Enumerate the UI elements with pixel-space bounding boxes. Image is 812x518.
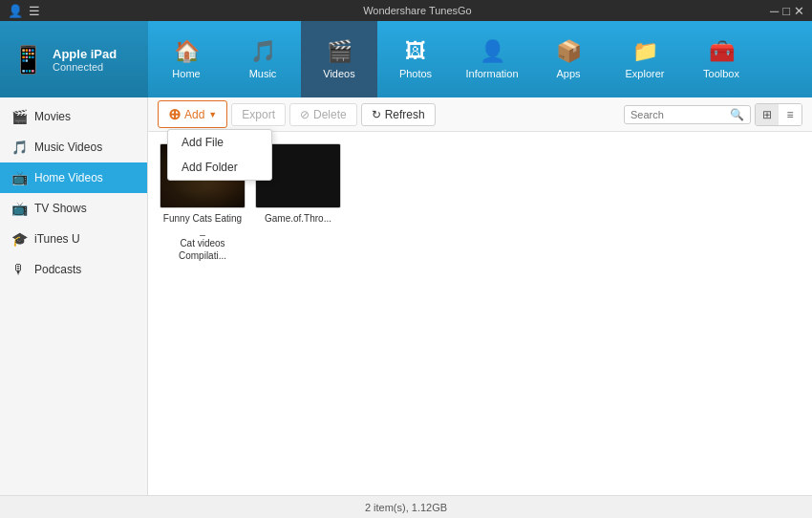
file-grid: Funny Cats Eating _ Cat videos Compilati… — [148, 132, 812, 495]
nav-item-photos[interactable]: 🖼 Photos — [377, 21, 454, 97]
add-chevron-icon: ▼ — [208, 110, 217, 119]
sidebar-label-movies: Movies — [34, 110, 71, 123]
nav-label-apps: Apps — [556, 68, 580, 79]
sidebar-label-podcasts: Podcasts — [34, 263, 81, 276]
movies-icon: 🎬 — [11, 109, 27, 124]
search-input[interactable] — [630, 109, 726, 120]
delete-icon: ⊘ — [300, 108, 310, 121]
podcasts-icon: 🎙 — [11, 262, 27, 277]
export-button[interactable]: Export — [231, 103, 286, 126]
add-icon: ⊕ — [168, 105, 181, 123]
add-button[interactable]: ⊕ Add ▼ — [158, 100, 227, 128]
nav-label-toolbox: Toolbox — [703, 68, 739, 79]
nav-items: 🏠 Home 🎵 Music 🎬 Videos 🖼 Photos 👤 Infor… — [148, 21, 812, 97]
nav-label-home: Home — [172, 68, 200, 79]
add-file-item[interactable]: Add File — [168, 130, 271, 155]
sidebar-item-itunes-u[interactable]: 🎓 iTunes U — [0, 224, 147, 254]
sidebar: 🎬 Movies 🎵 Music Videos 📺 Home Videos 📺 … — [0, 97, 148, 495]
sidebar-item-movies[interactable]: 🎬 Movies — [0, 101, 147, 132]
sidebar-item-podcasts[interactable]: 🎙 Podcasts — [0, 254, 147, 285]
nav-item-videos[interactable]: 🎬 Videos — [301, 21, 377, 97]
device-text: Apple iPad Connected — [53, 47, 117, 73]
sidebar-item-music-videos[interactable]: 🎵 Music Videos — [0, 132, 147, 162]
nav-item-music[interactable]: 🎵 Music — [224, 21, 301, 97]
music-icon: 🎵 — [250, 39, 276, 64]
photos-icon: 🖼 — [405, 39, 426, 64]
delete-button[interactable]: ⊘ Delete — [289, 103, 357, 126]
nav-item-explorer[interactable]: 📁 Explorer — [607, 21, 683, 97]
music-videos-icon: 🎵 — [11, 140, 27, 155]
device-info: 📱 Apple iPad Connected — [0, 21, 148, 97]
file-label-2: Game.of.Thro... — [265, 212, 331, 225]
refresh-button[interactable]: ↻ Refresh — [361, 103, 436, 126]
grid-view-button[interactable]: ⊞ — [756, 104, 779, 125]
home-icon: 🏠 — [174, 39, 200, 64]
itunes-u-icon: 🎓 — [11, 231, 27, 247]
home-videos-icon: 📺 — [11, 170, 27, 185]
title-bar: 👤 ☰ Wondershare TunesGo ─ □ ✕ — [0, 0, 812, 21]
maximize-icon[interactable]: □ — [782, 4, 790, 18]
sidebar-label-tv-shows: TV Shows — [34, 202, 87, 215]
nav-label-explorer: Explorer — [626, 68, 665, 79]
nav-label-information: Information — [465, 68, 518, 79]
refresh-label: Refresh — [385, 108, 425, 121]
nav-label-photos: Photos — [399, 68, 432, 79]
tv-shows-icon: 📺 — [11, 201, 27, 216]
nav-item-information[interactable]: 👤 Information — [454, 21, 530, 97]
search-box: 🔍 — [624, 105, 751, 124]
app-title: Wondershare TunesGo — [65, 5, 770, 16]
apps-icon: 📦 — [556, 39, 582, 64]
videos-icon: 🎬 — [327, 39, 353, 64]
nav-item-toolbox[interactable]: 🧰 Toolbox — [683, 21, 759, 97]
nav-item-home[interactable]: 🏠 Home — [148, 21, 224, 97]
nav-label-videos: Videos — [323, 68, 354, 79]
close-icon[interactable]: ✕ — [794, 4, 804, 18]
list-view-button[interactable]: ≡ — [779, 104, 801, 125]
menu-icon[interactable]: ☰ — [29, 4, 40, 18]
device-name: Apple iPad — [53, 47, 117, 61]
device-icon: 📱 — [11, 44, 45, 76]
status-text: 2 item(s), 1.12GB — [365, 502, 447, 513]
nav-label-music: Music — [249, 68, 277, 79]
content-area: ⊕ Add ▼ Add File Add Folder Export ⊘ Del… — [148, 97, 812, 495]
add-folder-item[interactable]: Add Folder — [168, 155, 271, 180]
view-toggle: ⊞ ≡ — [755, 103, 802, 126]
sidebar-item-home-videos[interactable]: 📺 Home Videos — [0, 162, 147, 193]
toolbox-icon: 🧰 — [709, 39, 735, 64]
sidebar-label-music-videos: Music Videos — [34, 140, 102, 154]
file-subname-1: Cat videos Compilati... — [160, 237, 246, 262]
refresh-icon: ↻ — [372, 108, 381, 121]
nav-item-apps[interactable]: 📦 Apps — [530, 21, 607, 97]
sidebar-label-itunes-u: iTunes U — [34, 232, 80, 246]
device-status: Connected — [53, 61, 117, 73]
delete-label: Delete — [313, 108, 347, 121]
file-label-1: Funny Cats Eating _ Cat videos Compilati… — [160, 212, 246, 262]
export-label: Export — [242, 108, 275, 121]
sidebar-item-tv-shows[interactable]: 📺 TV Shows — [0, 193, 147, 224]
toolbar: ⊕ Add ▼ Add File Add Folder Export ⊘ Del… — [148, 97, 812, 132]
file-name-1: Funny Cats Eating _ — [160, 212, 246, 237]
status-bar: 2 item(s), 1.12GB — [0, 495, 812, 518]
sidebar-label-home-videos: Home Videos — [34, 171, 103, 184]
add-dropdown-menu: Add File Add Folder — [167, 129, 272, 181]
minimize-icon[interactable]: ─ — [770, 4, 779, 18]
add-label: Add — [184, 108, 204, 121]
main-content: 🎬 Movies 🎵 Music Videos 📺 Home Videos 📺 … — [0, 97, 812, 495]
add-button-container: ⊕ Add ▼ Add File Add Folder — [158, 100, 227, 128]
search-icon: 🔍 — [730, 108, 744, 121]
explorer-icon: 📁 — [632, 39, 658, 64]
user-icon[interactable]: 👤 — [8, 4, 23, 18]
info-icon: 👤 — [480, 39, 505, 64]
file-name-2: Game.of.Thro... — [265, 212, 331, 225]
nav-bar: 📱 Apple iPad Connected 🏠 Home 🎵 Music 🎬 … — [0, 21, 812, 97]
